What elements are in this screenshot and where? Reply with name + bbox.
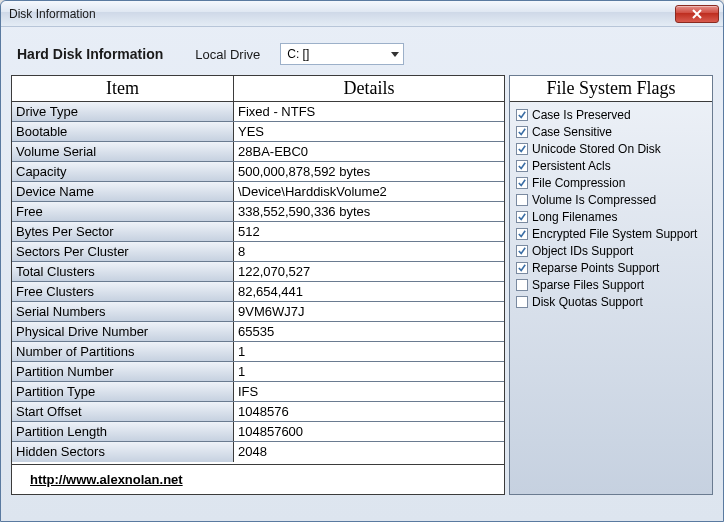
cell-item: Bootable — [12, 122, 234, 141]
flag-label: Encrypted File System Support — [532, 227, 697, 241]
chevron-down-icon — [391, 52, 399, 57]
hard-disk-info-label: Hard Disk Information — [17, 46, 163, 62]
flag-checkbox[interactable] — [516, 296, 528, 308]
content: Hard Disk Information Local Drive C: [] … — [1, 27, 723, 521]
cell-details: IFS — [234, 382, 504, 401]
cell-item: Drive Type — [12, 102, 234, 121]
table-row: Hidden Sectors2048 — [12, 442, 504, 462]
table-row: Partition TypeIFS — [12, 382, 504, 402]
cell-details: 122,070,527 — [234, 262, 504, 281]
flag-row: Volume Is Compressed — [516, 191, 706, 208]
flag-checkbox[interactable] — [516, 177, 528, 189]
table-row: Free Clusters82,654,441 — [12, 282, 504, 302]
cell-details: 1048576 — [234, 402, 504, 421]
footer-link[interactable]: http://www.alexnolan.net — [30, 472, 183, 487]
cell-details: 2048 — [234, 442, 504, 462]
cell-item: Sectors Per Cluster — [12, 242, 234, 261]
flag-row: Unicode Stored On Disk — [516, 140, 706, 157]
table-row: Total Clusters122,070,527 — [12, 262, 504, 282]
close-button[interactable] — [675, 5, 719, 23]
cell-details: Fixed - NTFS — [234, 102, 504, 121]
table-row: Start Offset1048576 — [12, 402, 504, 422]
titlebar: Disk Information — [1, 1, 723, 27]
cell-details: YES — [234, 122, 504, 141]
cell-item: Hidden Sectors — [12, 442, 234, 462]
header-flags: File System Flags — [510, 76, 712, 102]
header-details: Details — [234, 76, 504, 101]
table-header: Item Details — [12, 76, 504, 102]
table-row: Device Name\Device\HarddiskVolume2 — [12, 182, 504, 202]
cell-item: Serial Numbers — [12, 302, 234, 321]
cell-item: Partition Number — [12, 362, 234, 381]
cell-item: Device Name — [12, 182, 234, 201]
flag-checkbox[interactable] — [516, 245, 528, 257]
table-row: Partition Length104857600 — [12, 422, 504, 442]
cell-item: Volume Serial — [12, 142, 234, 161]
table-row: Volume Serial28BA-EBC0 — [12, 142, 504, 162]
table-footer: http://www.alexnolan.net — [12, 464, 504, 494]
cell-item: Free Clusters — [12, 282, 234, 301]
cell-item: Number of Partitions — [12, 342, 234, 361]
cell-details: 338,552,590,336 bytes — [234, 202, 504, 221]
flag-label: Case Is Preserved — [532, 108, 631, 122]
flag-checkbox[interactable] — [516, 262, 528, 274]
flag-checkbox[interactable] — [516, 211, 528, 223]
flag-label: Volume Is Compressed — [532, 193, 656, 207]
table-row: Drive TypeFixed - NTFS — [12, 102, 504, 122]
table-row: Bytes Per Sector512 — [12, 222, 504, 242]
flags-panel: File System Flags Case Is PreservedCase … — [509, 75, 713, 495]
window: Disk Information Hard Disk Information L… — [0, 0, 724, 522]
cell-item: Capacity — [12, 162, 234, 181]
table-body: Drive TypeFixed - NTFSBootableYESVolume … — [12, 102, 504, 464]
cell-details: 65535 — [234, 322, 504, 341]
flag-label: Reparse Points Support — [532, 261, 659, 275]
flag-checkbox[interactable] — [516, 109, 528, 121]
close-icon — [692, 9, 702, 19]
cell-item: Start Offset — [12, 402, 234, 421]
cell-details: 1 — [234, 362, 504, 381]
drive-select-value: C: [] — [287, 47, 309, 61]
cell-details: \Device\HarddiskVolume2 — [234, 182, 504, 201]
flag-row: Disk Quotas Support — [516, 293, 706, 310]
topbar: Hard Disk Information Local Drive C: [] — [11, 35, 713, 75]
cell-details: 8 — [234, 242, 504, 261]
flag-checkbox[interactable] — [516, 279, 528, 291]
window-title: Disk Information — [9, 7, 675, 21]
flag-label: Unicode Stored On Disk — [532, 142, 661, 156]
flag-row: Object IDs Support — [516, 242, 706, 259]
table-row: Number of Partitions1 — [12, 342, 504, 362]
table-row: Serial Numbers9VM6WJ7J — [12, 302, 504, 322]
cell-item: Bytes Per Sector — [12, 222, 234, 241]
flag-checkbox[interactable] — [516, 194, 528, 206]
cell-details: 104857600 — [234, 422, 504, 441]
info-table: Item Details Drive TypeFixed - NTFSBoota… — [11, 75, 505, 495]
flag-row: Long Filenames — [516, 208, 706, 225]
flag-row: Sparse Files Support — [516, 276, 706, 293]
cell-details: 82,654,441 — [234, 282, 504, 301]
flag-label: Sparse Files Support — [532, 278, 644, 292]
table-row: BootableYES — [12, 122, 504, 142]
cell-details: 9VM6WJ7J — [234, 302, 504, 321]
cell-item: Partition Length — [12, 422, 234, 441]
cell-item: Total Clusters — [12, 262, 234, 281]
local-drive-label: Local Drive — [195, 47, 260, 62]
flag-row: Persistent Acls — [516, 157, 706, 174]
drive-select[interactable]: C: [] — [280, 43, 404, 65]
flag-checkbox[interactable] — [516, 126, 528, 138]
flag-checkbox[interactable] — [516, 143, 528, 155]
cell-details: 1 — [234, 342, 504, 361]
flag-row: File Compression — [516, 174, 706, 191]
header-item: Item — [12, 76, 234, 101]
table-row: Free338,552,590,336 bytes — [12, 202, 504, 222]
table-row: Partition Number1 — [12, 362, 504, 382]
main: Item Details Drive TypeFixed - NTFSBoota… — [11, 75, 713, 495]
flag-label: File Compression — [532, 176, 625, 190]
flag-checkbox[interactable] — [516, 228, 528, 240]
flag-row: Case Is Preserved — [516, 106, 706, 123]
flag-checkbox[interactable] — [516, 160, 528, 172]
flag-row: Reparse Points Support — [516, 259, 706, 276]
flag-row: Encrypted File System Support — [516, 225, 706, 242]
table-row: Physical Drive Number65535 — [12, 322, 504, 342]
flag-label: Case Sensitive — [532, 125, 612, 139]
cell-item: Physical Drive Number — [12, 322, 234, 341]
